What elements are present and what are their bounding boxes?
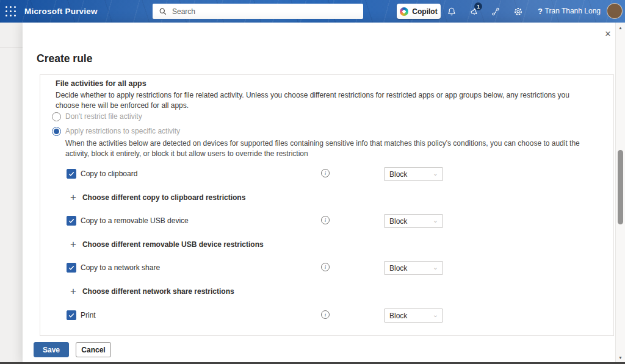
chevron-down-icon: ⌄ <box>433 170 438 176</box>
dropdown-value: Block <box>389 170 433 179</box>
checkbox-print[interactable] <box>67 310 76 320</box>
screen: Microsoft Purview Copilot <box>0 0 625 364</box>
activity-row-print: Print i Block ⌄ <box>40 309 614 322</box>
info-icon[interactable]: i <box>321 263 330 271</box>
plus-icon: + <box>70 240 76 249</box>
dropdown-value: Block <box>389 217 433 226</box>
info-icon[interactable]: i <box>321 216 330 224</box>
chevron-down-icon: ⌄ <box>433 217 438 223</box>
copilot-icon <box>400 7 408 16</box>
activity-label: Copy to clipboard <box>81 170 137 178</box>
top-bar: Microsoft Purview Copilot <box>0 0 625 23</box>
chevron-down-icon: ⌄ <box>433 264 438 270</box>
close-icon[interactable]: ✕ <box>602 28 613 39</box>
notification-badge: 1 <box>474 2 482 10</box>
scroll-down-icon[interactable]: ▼ <box>616 353 625 362</box>
checkbox-usb-device[interactable] <box>67 216 76 226</box>
link-different-clipboard-restrictions[interactable]: + Choose different copy to clipboard res… <box>70 191 245 204</box>
info-icon[interactable]: i <box>321 310 330 319</box>
radio-icon <box>52 112 61 121</box>
app-title: Microsoft Purview <box>24 0 98 23</box>
scrollbar-thumb[interactable] <box>618 150 623 224</box>
dropdown-value: Block <box>389 312 433 320</box>
copilot-button[interactable]: Copilot <box>397 4 441 19</box>
radio-apply-restrictions[interactable]: Apply restrictions to specific activity <box>52 125 180 137</box>
activity-label: Print <box>81 311 96 319</box>
save-button[interactable]: Save <box>34 342 69 357</box>
settings-gear-icon[interactable] <box>508 0 528 23</box>
link-label: Choose different copy to clipboard restr… <box>82 193 245 202</box>
action-dropdown-clipboard[interactable]: Block ⌄ <box>384 167 443 181</box>
avatar[interactable] <box>607 3 623 19</box>
plus-icon: + <box>70 193 76 202</box>
info-icon[interactable]: i <box>321 169 330 177</box>
dropdown-value: Block <box>389 264 433 273</box>
activity-label: Copy to a removable USB device <box>81 216 189 225</box>
action-dropdown-network-share[interactable]: Block ⌄ <box>384 261 443 275</box>
section-description: Decide whether to apply restrictions for… <box>56 90 580 111</box>
checkbox-network-share[interactable] <box>67 263 76 273</box>
search-box[interactable] <box>153 4 363 19</box>
activity-row-copy-to-clipboard: Copy to clipboard i Block ⌄ <box>40 167 614 180</box>
plus-icon: + <box>70 287 76 296</box>
search-input[interactable] <box>172 7 363 16</box>
chevron-down-icon: ⌄ <box>433 312 438 318</box>
notifications-bell-icon[interactable] <box>442 0 461 23</box>
flow-icon[interactable] <box>486 0 505 23</box>
vertical-scrollbar[interactable]: ▲ ▼ <box>615 23 625 364</box>
action-dropdown-print[interactable]: Block ⌄ <box>384 309 443 323</box>
link-label: Choose different network share restricti… <box>82 287 234 296</box>
search-icon <box>159 7 167 16</box>
activity-row-network-share: Copy to a network share i Block ⌄ <box>40 261 614 274</box>
radio-label: Don't restrict file activity <box>65 112 142 121</box>
background-divider <box>0 48 23 48</box>
cancel-button[interactable]: Cancel <box>76 342 111 357</box>
action-dropdown-usb[interactable]: Block ⌄ <box>384 214 443 228</box>
activity-row-usb-device: Copy to a removable USB device i Block ⌄ <box>40 214 614 227</box>
radio-icon-selected <box>52 127 61 136</box>
section-heading: File activities for all apps <box>56 79 146 88</box>
copilot-label: Copilot <box>412 7 437 16</box>
link-different-network-share-restrictions[interactable]: + Choose different network share restric… <box>70 285 234 298</box>
link-different-usb-restrictions[interactable]: + Choose different removable USB device … <box>70 238 264 251</box>
link-label: Choose different removable USB device re… <box>82 240 264 249</box>
activity-label: Copy to a network share <box>81 263 160 272</box>
page-title: Create rule <box>37 52 92 65</box>
scroll-up-icon[interactable]: ▲ <box>616 23 625 32</box>
background-page-edge <box>0 23 23 364</box>
restrictions-note: When the activities below are detected o… <box>65 138 581 159</box>
account-name[interactable]: Tran Thanh Long <box>545 0 601 23</box>
radio-label: Apply restrictions to specific activity <box>65 127 180 135</box>
file-activities-section: File activities for all apps Decide whet… <box>40 74 614 336</box>
checkbox-copy-to-clipboard[interactable] <box>67 169 76 179</box>
app-launcher-icon[interactable] <box>5 6 16 17</box>
radio-dont-restrict[interactable]: Don't restrict file activity <box>52 110 142 123</box>
